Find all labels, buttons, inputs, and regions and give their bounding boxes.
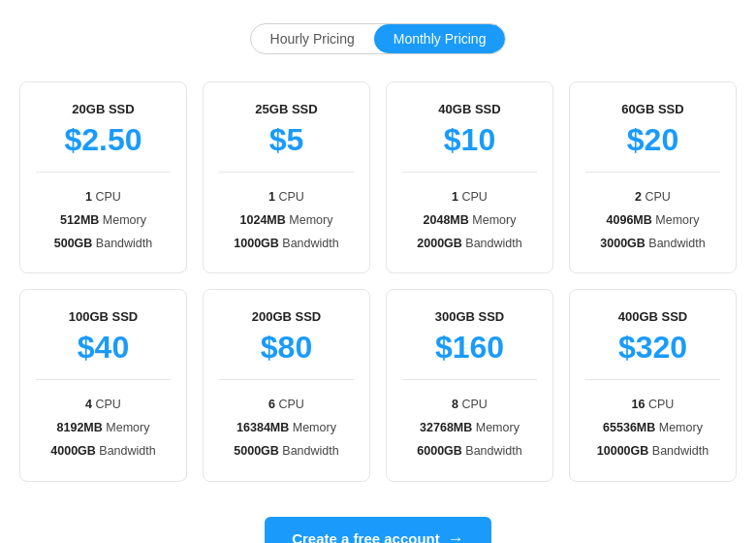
cpu-value: 1 — [452, 190, 458, 204]
card-price: $2.50 — [64, 122, 142, 158]
card-storage: 60GB SSD — [621, 102, 683, 116]
pricing-card: 20GB SSD $2.50 1 CPU 512MB Memory 500GB … — [19, 81, 187, 273]
card-price: $320 — [618, 330, 687, 366]
bandwidth-value: 5000GB — [234, 444, 279, 458]
card-specs: 2 CPU 4096MB Memory 3000GB Bandwidth — [585, 186, 720, 255]
card-storage: 300GB SSD — [435, 309, 505, 324]
card-specs: 1 CPU 512MB Memory 500GB Bandwidth — [36, 186, 171, 255]
cpu-value: 1 — [268, 190, 275, 204]
pricing-card: 400GB SSD $320 16 CPU 65536MB Memory 100… — [569, 289, 737, 481]
card-price: $40 — [78, 330, 129, 366]
card-price: $5 — [269, 122, 304, 158]
memory-value: 2048MB — [424, 213, 469, 227]
memory-value: 8192MB — [57, 421, 103, 434]
card-specs: 1 CPU 2048MB Memory 2000GB Bandwidth — [402, 186, 537, 255]
pricing-card: 60GB SSD $20 2 CPU 4096MB Memory 3000GB … — [569, 81, 737, 273]
card-specs: 1 CPU 1024MB Memory 1000GB Bandwidth — [219, 186, 354, 255]
card-divider — [36, 172, 171, 173]
bandwidth-value: 1000GB — [234, 237, 279, 250]
monthly-pricing-btn[interactable]: Monthly Pricing — [374, 24, 506, 53]
card-storage: 100GB SSD — [69, 309, 139, 324]
cpu-value: 1 — [85, 190, 92, 204]
card-specs: 8 CPU 32768MB Memory 6000GB Bandwidth — [402, 394, 537, 463]
card-divider — [585, 172, 720, 173]
cpu-value: 2 — [635, 190, 642, 204]
card-storage: 40GB SSD — [438, 102, 500, 116]
card-divider — [585, 379, 720, 380]
card-price: $80 — [261, 330, 312, 366]
card-price: $160 — [435, 330, 504, 366]
card-divider — [219, 172, 354, 173]
card-divider — [402, 172, 537, 173]
pricing-card: 40GB SSD $10 1 CPU 2048MB Memory 2000GB … — [386, 81, 553, 273]
card-divider — [219, 379, 354, 380]
arrow-icon: → — [448, 529, 464, 544]
bandwidth-value: 6000GB — [417, 444, 462, 458]
bandwidth-value: 10000GB — [597, 444, 649, 458]
card-storage: 20GB SSD — [72, 102, 134, 116]
card-price: $10 — [444, 122, 495, 158]
cta-label: Create a free account — [292, 530, 440, 543]
card-storage: 200GB SSD — [252, 309, 322, 324]
pricing-card: 25GB SSD $5 1 CPU 1024MB Memory 1000GB B… — [203, 81, 370, 273]
hourly-pricing-btn[interactable]: Hourly Pricing — [251, 24, 374, 53]
pricing-card: 300GB SSD $160 8 CPU 32768MB Memory 6000… — [386, 289, 553, 481]
pricing-card: 200GB SSD $80 6 CPU 16384MB Memory 5000G… — [203, 289, 370, 481]
cpu-value: 8 — [452, 398, 458, 411]
memory-value: 4096MB — [607, 213, 652, 227]
cpu-value: 4 — [85, 398, 92, 411]
bandwidth-value: 500GB — [54, 237, 93, 250]
memory-value: 16384MB — [236, 421, 289, 434]
cpu-value: 6 — [268, 398, 275, 411]
memory-value: 512MB — [60, 213, 99, 227]
memory-value: 65536MB — [603, 421, 655, 434]
card-specs: 6 CPU 16384MB Memory 5000GB Bandwidth — [219, 394, 354, 463]
cpu-value: 16 — [632, 398, 646, 411]
card-divider — [402, 379, 537, 380]
memory-value: 32768MB — [420, 421, 472, 434]
card-divider — [36, 379, 171, 380]
card-specs: 16 CPU 65536MB Memory 10000GB Bandwidth — [585, 394, 720, 463]
card-price: $20 — [627, 122, 678, 158]
pricing-row-1: 20GB SSD $2.50 1 CPU 512MB Memory 500GB … — [19, 81, 737, 273]
card-storage: 25GB SSD — [255, 102, 317, 116]
pricing-row-2: 100GB SSD $40 4 CPU 8192MB Memory 4000GB… — [19, 289, 737, 481]
memory-value: 1024MB — [240, 213, 286, 227]
pricing-toggle: Hourly Pricing Monthly Pricing — [250, 23, 507, 54]
card-storage: 400GB SSD — [618, 309, 688, 324]
bandwidth-value: 2000GB — [417, 237, 462, 250]
card-specs: 4 CPU 8192MB Memory 4000GB Bandwidth — [36, 394, 171, 463]
bandwidth-value: 3000GB — [600, 237, 646, 250]
bandwidth-value: 4000GB — [50, 444, 96, 458]
create-account-button[interactable]: Create a free account → — [265, 517, 491, 544]
pricing-card: 100GB SSD $40 4 CPU 8192MB Memory 4000GB… — [19, 289, 187, 481]
